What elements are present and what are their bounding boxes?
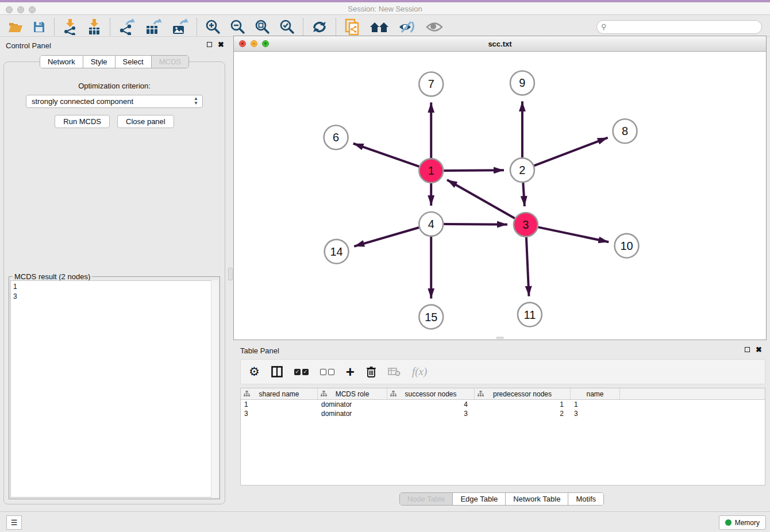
close-table-panel-icon[interactable]: ✖ [756,346,762,353]
deselect-all-icon[interactable] [320,369,334,375]
zoom-out-icon[interactable] [230,19,245,34]
graph-node-6[interactable]: 6 [324,125,348,149]
import-network-icon[interactable] [63,19,78,35]
tab-network-table[interactable]: Network Table [506,493,568,505]
search-input[interactable] [596,20,762,34]
graph-edge-1-6[interactable] [353,144,419,167]
export-table-icon[interactable] [145,19,162,35]
zoom-in-icon[interactable] [205,19,221,34]
table-panel: Table Panel ✖ ⚙ ✓✓ + f(x) shared name [233,342,770,511]
shared-column-icon [390,391,396,397]
export-image-icon[interactable] [171,19,188,35]
zoom-fit-icon[interactable] [255,19,270,34]
select-all-icon[interactable]: ✓✓ [294,369,309,375]
delete-table-icon [388,367,401,377]
open-folder-icon[interactable] [8,20,23,34]
hide-panel-icon[interactable] [398,20,417,34]
shared-column-icon [321,391,327,397]
cell-predecessor-nodes[interactable]: 2 [475,409,571,418]
column-header-name[interactable]: name [571,388,620,399]
network-resize-grip[interactable] [496,337,504,339]
task-history-button[interactable]: ☰ [6,515,22,530]
close-panel-button[interactable]: Close panel [117,115,174,128]
tab-motifs[interactable]: Motifs [568,493,603,505]
copy-network-icon[interactable] [344,18,360,36]
graph-edge-2-8[interactable] [534,138,607,166]
graph-node-8[interactable]: 8 [613,119,637,143]
dropdown-stepper-icon: ▲▼ [194,97,198,106]
status-bar: ☰ Memory [0,511,770,532]
tab-network[interactable]: Network [40,56,83,68]
column-header-mcds-role[interactable]: MCDS role [318,388,387,399]
cell-shared-name[interactable]: 3 [241,409,318,418]
main-toolbar: ⚲ [0,17,770,37]
zoom-selected-icon[interactable] [279,19,295,34]
close-panel-icon[interactable]: ✖ [218,41,224,48]
graph-node-7[interactable]: 7 [419,72,443,96]
panel-splitter-grip[interactable] [228,268,233,280]
graph-edge-3-10[interactable] [538,227,609,242]
tab-select[interactable]: Select [116,56,152,68]
graph-node-2[interactable]: 2 [510,158,534,182]
criterion-dropdown[interactable]: strongly connected component ▲▼ [26,95,203,108]
cell-name[interactable]: 3 [571,409,620,418]
graph-edge-1-2[interactable] [444,170,504,171]
gear-icon[interactable]: ⚙ [249,365,260,379]
graph-node-9[interactable]: 9 [510,71,534,95]
run-mcds-button[interactable]: Run MCDS [55,115,110,128]
tab-mcds[interactable]: MCDS [152,56,188,68]
graph-edge-4-14[interactable] [354,228,419,246]
shared-column-icon [244,391,250,397]
graph-edge-3-11[interactable] [526,237,529,296]
graph-edge-2-3[interactable] [523,183,525,206]
graph-node-3[interactable]: 3 [514,213,538,237]
network-canvas[interactable]: 7968124314101511 [234,52,766,340]
tab-edge-table[interactable]: Edge Table [453,493,506,505]
graph-node-11[interactable]: 11 [518,303,542,327]
table-row[interactable]: 3 dominator 3 2 3 [241,409,765,418]
graph-node-15[interactable]: 15 [419,305,443,329]
memory-label: Memory [735,519,760,527]
cell-successor-nodes[interactable]: 3 [387,409,475,418]
graph-edge-3-1[interactable] [447,180,515,218]
graph-node-1[interactable]: 1 [419,159,443,183]
table-row[interactable]: 1 dominator 4 1 1 [241,400,765,409]
cell-mcds-role[interactable]: dominator [318,400,387,409]
refresh-layout-icon[interactable] [311,20,328,34]
graph-node-14[interactable]: 14 [325,240,349,264]
cell-successor-nodes[interactable]: 4 [387,400,475,409]
node-table: shared name MCDS role successor nodes pr… [240,388,765,485]
add-column-icon[interactable]: + [346,363,355,381]
float-panel-icon[interactable] [207,42,212,47]
mcds-result-scrollbar[interactable] [211,280,218,498]
app-title: Session: New Session [0,5,770,13]
columns-icon[interactable] [271,366,283,377]
import-table-icon[interactable] [87,19,102,35]
network-window-titlebar[interactable]: × − + scc.txt [234,36,766,52]
show-eye-icon[interactable] [426,21,443,33]
export-network-icon[interactable] [118,19,136,35]
tab-node-table[interactable]: Node Table [400,493,453,505]
graph-node-10[interactable]: 10 [615,234,639,258]
cell-predecessor-nodes[interactable]: 1 [475,400,571,409]
cell-mcds-role[interactable]: dominator [318,409,387,418]
mcds-result-group: MCDS result (2 nodes) 1 3 [9,276,220,499]
graph-node-label: 15 [425,311,437,323]
column-header-successor-nodes[interactable]: successor nodes [387,388,475,399]
app-titlebar: Session: New Session [0,0,770,15]
graph-node-label: 1 [428,164,434,177]
float-table-panel-icon[interactable] [745,347,750,352]
tab-style[interactable]: Style [83,56,116,68]
delete-column-icon[interactable] [366,366,376,377]
memory-button[interactable]: Memory [719,515,766,530]
column-header-predecessor-nodes[interactable]: predecessor nodes [475,388,571,399]
cell-shared-name[interactable]: 1 [241,400,318,409]
mcds-result-text[interactable]: 1 3 [10,280,218,498]
graph-node-4[interactable]: 4 [419,212,443,236]
column-header-shared-name[interactable]: shared name [241,388,318,399]
graph-node-label: 11 [524,309,536,321]
graph-edge-4-3[interactable] [444,224,507,225]
home-networks-icon[interactable] [369,20,389,34]
cell-name[interactable]: 1 [571,400,620,409]
save-icon[interactable] [32,20,46,34]
